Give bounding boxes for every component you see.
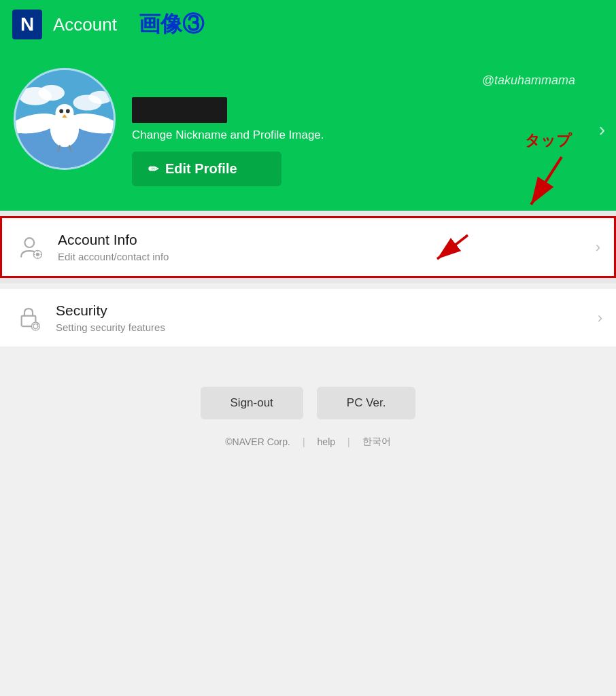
app-header: N Account 画像③ [0,0,616,49]
profile-username: @takuhammama [132,73,602,88]
security-title: Security [56,302,585,319]
copyright-text: ©NAVER Corp. [225,436,290,447]
red-arrow-annotation [430,232,478,268]
svg-line-19 [531,157,562,205]
menu-section: Account Info Edit account/contact info › [0,216,616,278]
account-info-title: Account Info [58,232,583,248]
security-section: Security Setting security features › [0,289,616,347]
security-text: Security Setting security features [56,302,585,333]
tap-arrow-icon [521,154,575,215]
footer-buttons: Sign-out PC Ver. [201,387,416,419]
footer-links: ©NAVER Corp. | help | 한국어 [225,436,390,448]
account-info-subtitle: Edit account/contact info [58,251,583,262]
security-item[interactable]: Security Setting security features › [0,289,616,347]
svg-point-4 [89,91,113,104]
sign-out-button[interactable]: Sign-out [201,387,303,419]
footer-divider-2: | [347,436,350,447]
svg-point-14 [66,109,70,114]
security-subtitle: Setting security features [56,321,585,333]
header-image-label: 画像③ [139,10,204,39]
naver-logo: N [12,10,42,39]
footer-divider-1: | [303,436,305,447]
svg-point-20 [24,238,34,247]
header-title: Account [53,14,117,35]
svg-point-12 [56,104,74,122]
security-chevron-icon: › [598,309,602,327]
pc-ver-button[interactable]: PC Ver. [317,387,416,419]
account-info-text: Account Info Edit account/contact info [58,232,583,262]
edit-profile-label: Edit Profile [165,161,237,177]
account-info-item[interactable]: Account Info Edit account/contact info › [0,216,616,278]
tap-annotation: タップ [521,130,575,215]
language-link[interactable]: 한국어 [362,436,391,448]
svg-point-2 [39,85,65,101]
edit-profile-button[interactable]: ✏ Edit Profile [132,152,281,186]
pencil-icon: ✏ [148,162,158,177]
svg-line-28 [437,235,468,259]
nickname-redacted [132,97,227,123]
svg-point-13 [59,109,63,114]
svg-point-30 [31,322,39,330]
help-link[interactable]: help [318,436,335,447]
avatar [14,68,116,170]
profile-section: @takuhammama Change Nickname and Profile… [0,49,616,211]
svg-point-22 [36,252,39,256]
tap-label: タップ [525,130,572,151]
profile-chevron-icon[interactable]: › [599,119,605,141]
account-info-chevron-icon: › [596,239,600,256]
footer-section: Sign-out PC Ver. ©NAVER Corp. | help | 한… [0,353,616,468]
account-info-icon [16,232,46,262]
divider-2 [0,278,616,283]
security-icon [14,303,44,333]
